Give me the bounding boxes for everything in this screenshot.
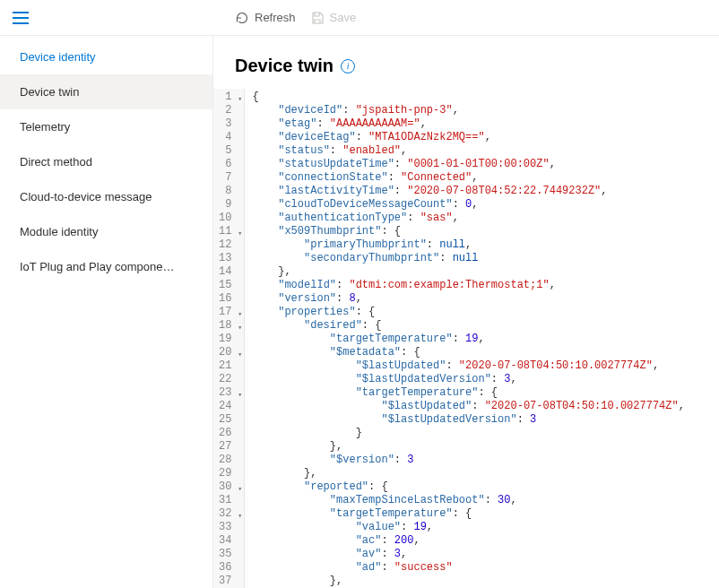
- code-line[interactable]: "lastActivityTime": "2020-07-08T04:52:22…: [252, 185, 685, 198]
- gutter-line: 30▾: [213, 480, 244, 494]
- gutter-line: 11▾: [213, 225, 244, 238]
- gutter-line: 36: [213, 561, 244, 575]
- code-line[interactable]: "$metadata": {: [252, 346, 685, 359]
- gutter-line: 8: [213, 185, 244, 198]
- gutter-line: 31: [213, 494, 244, 507]
- editor-code[interactable]: { "deviceId": "jspaith-pnp-3", "etag": "…: [245, 89, 685, 588]
- gutter-line: 21: [213, 359, 244, 373]
- gutter-line: 17▾: [213, 306, 244, 319]
- gutter-line: 6: [213, 158, 244, 171]
- code-line[interactable]: "targetTemperature": {: [252, 507, 685, 521]
- code-line[interactable]: "$lastUpdated": "2020-07-08T04:50:10.002…: [252, 400, 685, 413]
- code-line[interactable]: "$lastUpdatedVersion": 3: [252, 413, 685, 427]
- code-line[interactable]: "connectionState": "Connected",: [252, 171, 685, 185]
- code-line[interactable]: "$version": 3: [252, 454, 685, 467]
- refresh-label: Refresh: [255, 11, 296, 24]
- gutter-line: 3: [213, 117, 244, 131]
- gutter-line: 15: [213, 279, 244, 292]
- code-line[interactable]: },: [252, 575, 685, 588]
- save-button: Save: [310, 11, 357, 25]
- info-icon[interactable]: i: [341, 59, 355, 74]
- code-line[interactable]: },: [252, 265, 685, 279]
- sidebar: Device identityDevice twinTelemetryDirec…: [0, 36, 213, 588]
- gutter-line: 16: [213, 292, 244, 306]
- gutter-line: 24: [213, 400, 244, 413]
- gutter-line: 2: [213, 104, 244, 117]
- gutter-line: 26: [213, 427, 244, 440]
- gutter-line: 12: [213, 238, 244, 252]
- gutter-line: 28: [213, 454, 244, 467]
- code-line[interactable]: "authenticationType": "sas",: [252, 212, 685, 225]
- gutter-line: 13: [213, 252, 244, 265]
- sidebar-item-2[interactable]: Telemetry: [0, 109, 212, 144]
- code-line[interactable]: }: [252, 427, 685, 440]
- code-line[interactable]: },: [252, 440, 685, 454]
- toolbar: Refresh Save: [213, 0, 719, 35]
- code-line[interactable]: "statusUpdateTime": "0001-01-01T00:00:00…: [252, 158, 685, 171]
- sidebar-item-6[interactable]: IoT Plug and Play compone…: [0, 249, 212, 284]
- json-editor[interactable]: 1▾234567891011▾121314151617▾18▾1920▾2122…: [213, 89, 719, 588]
- code-line[interactable]: "targetTemperature": {: [252, 386, 685, 400]
- gutter-line: 33: [213, 521, 244, 534]
- code-line[interactable]: "av": 3,: [252, 548, 685, 561]
- gutter-line: 4: [213, 131, 244, 144]
- code-line[interactable]: "desired": {: [252, 319, 685, 333]
- sidebar-item-0[interactable]: Device identity: [0, 39, 212, 74]
- code-line[interactable]: "version": 8,: [252, 292, 685, 306]
- code-line[interactable]: "status": "enabled",: [252, 144, 685, 158]
- code-line[interactable]: "maxTempSinceLastReboot": 30,: [252, 494, 685, 507]
- gutter-line: 19: [213, 333, 244, 346]
- code-line[interactable]: "value": 19,: [252, 521, 685, 534]
- code-line[interactable]: "cloudToDeviceMessageCount": 0,: [252, 198, 685, 212]
- gutter-line: 10: [213, 212, 244, 225]
- refresh-button[interactable]: Refresh: [235, 11, 296, 25]
- top-bar: Refresh Save: [0, 0, 719, 36]
- sidebar-item-4[interactable]: Cloud-to-device message: [0, 179, 212, 214]
- code-line[interactable]: "etag": "AAAAAAAAAAM=",: [252, 117, 685, 131]
- code-line[interactable]: "secondaryThumbprint": null: [252, 252, 685, 265]
- gutter-line: 5: [213, 144, 244, 158]
- page-header: Device twin i: [213, 36, 719, 89]
- gutter-line: 18▾: [213, 319, 244, 333]
- page-title: Device twin: [235, 56, 334, 76]
- code-line[interactable]: "properties": {: [252, 306, 685, 319]
- code-line[interactable]: "$lastUpdatedVersion": 3,: [252, 373, 685, 386]
- sidebar-item-5[interactable]: Module identity: [0, 214, 212, 249]
- main: Device twin i 1▾234567891011▾12131415161…: [213, 36, 719, 588]
- save-icon: [310, 11, 325, 25]
- gutter-line: 32▾: [213, 507, 244, 521]
- code-line[interactable]: "targetTemperature": 19,: [252, 333, 685, 346]
- code-line[interactable]: "x509Thumbprint": {: [252, 225, 685, 238]
- save-label: Save: [330, 11, 357, 24]
- code-line[interactable]: "deviceEtag": "MTA1ODAzNzk2MQ==",: [252, 131, 685, 144]
- gutter-line: 35: [213, 548, 244, 561]
- sidebar-item-3[interactable]: Direct method: [0, 144, 212, 179]
- hamburger-icon[interactable]: [13, 12, 29, 24]
- editor-gutter: 1▾234567891011▾121314151617▾18▾1920▾2122…: [213, 89, 245, 588]
- gutter-line: 22: [213, 373, 244, 386]
- refresh-icon: [235, 11, 249, 25]
- code-line[interactable]: "ac": 200,: [252, 534, 685, 548]
- gutter-line: 7: [213, 171, 244, 185]
- gutter-line: 34: [213, 534, 244, 548]
- gutter-line: 14: [213, 265, 244, 279]
- code-line[interactable]: },: [252, 467, 685, 480]
- code-line[interactable]: "deviceId": "jspaith-pnp-3",: [252, 104, 685, 117]
- code-line[interactable]: "$lastUpdated": "2020-07-08T04:50:10.002…: [252, 359, 685, 373]
- gutter-line: 9: [213, 198, 244, 212]
- layout: Device identityDevice twinTelemetryDirec…: [0, 36, 719, 588]
- gutter-line: 25: [213, 413, 244, 427]
- gutter-line: 20▾: [213, 346, 244, 359]
- sidebar-item-1[interactable]: Device twin: [0, 74, 212, 109]
- code-line[interactable]: "modelId": "dtmi:com:example:Thermostat;…: [252, 279, 685, 292]
- hamburger-cell: [0, 0, 213, 35]
- gutter-line: 29: [213, 467, 244, 480]
- code-line[interactable]: "ad": "success": [252, 561, 685, 575]
- code-line[interactable]: "reported": {: [252, 480, 685, 494]
- gutter-line: 27: [213, 440, 244, 454]
- gutter-line: 1▾: [213, 91, 244, 104]
- code-line[interactable]: "primaryThumbprint": null,: [252, 238, 685, 252]
- gutter-line: 23▾: [213, 386, 244, 400]
- gutter-line: 37: [213, 575, 244, 588]
- code-line[interactable]: {: [252, 91, 685, 104]
